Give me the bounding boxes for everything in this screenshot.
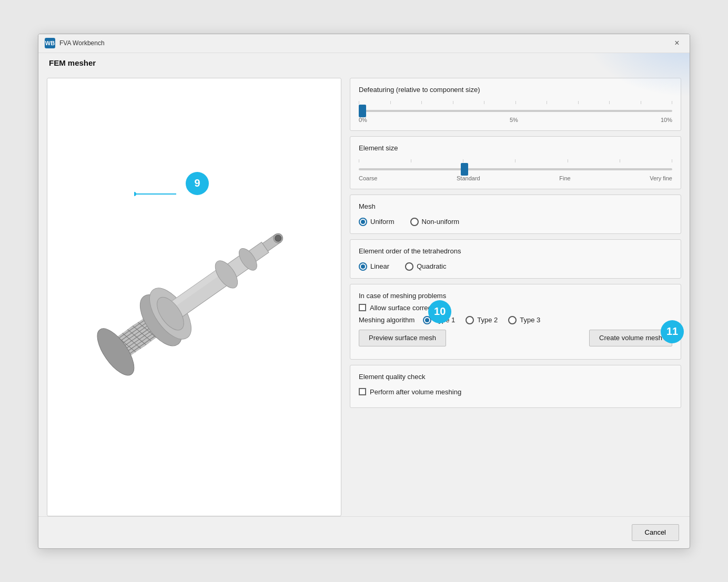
algorithm-label-type3: Type 3 — [520, 316, 540, 324]
bottom-bar: Cancel — [38, 516, 690, 548]
algorithm-radio-type3[interactable] — [508, 316, 517, 324]
element-quality-title: Element quality check — [359, 373, 672, 381]
annotation-badge-11: 11 — [661, 320, 684, 343]
perform-after-volume-checkbox[interactable]: Perform after volume meshing — [359, 388, 672, 396]
surface-corrections-checkbox[interactable]: Allow surface corrections — [359, 304, 672, 312]
meshing-problems-section: In case of meshing problems Allow surfac… — [350, 284, 681, 360]
create-volume-mesh-button[interactable]: Create volume mesh — [589, 330, 672, 346]
close-button[interactable]: × — [670, 36, 684, 50]
defeaturing-title: Defeaturing (relative to component size) — [359, 86, 672, 94]
element-size-labels: Coarse Standard Fine Very fine — [359, 175, 672, 181]
mesh-title: Mesh — [359, 202, 672, 210]
dialog-fem-mesher: WB FVA Workbench × FEM mesher — [38, 34, 690, 549]
defeaturing-label-5: 5% — [510, 117, 518, 123]
surface-corrections-box[interactable] — [359, 304, 366, 311]
controls-panel: Defeaturing (relative to component size) — [350, 78, 681, 516]
main-content: 9 Defeaturing (relative to component siz… — [38, 72, 690, 516]
element-order-radio-group: Linear Quadratic — [359, 262, 672, 271]
algorithm-label-type2: Type 2 — [477, 316, 498, 324]
element-order-option-quadratic[interactable]: Quadratic — [405, 262, 446, 271]
mesh-option-nonuniform[interactable]: Non-uniform — [410, 218, 460, 226]
element-size-label-standard: Standard — [457, 175, 480, 181]
defeaturing-label-10: 10% — [661, 117, 672, 123]
svg-point-32 — [134, 192, 136, 196]
perform-after-volume-label: Perform after volume meshing — [370, 388, 461, 396]
view-panel: 9 — [47, 78, 341, 516]
preview-surface-mesh-button[interactable]: Preview surface mesh — [359, 330, 446, 346]
element-quality-section: Element quality check Perform after volu… — [350, 365, 681, 408]
perform-after-volume-box[interactable] — [359, 388, 366, 395]
bolt-3d-view: 9 — [47, 78, 341, 516]
mesh-label-uniform: Uniform — [370, 218, 395, 226]
defeaturing-labels: 0% 5% 10% — [359, 117, 672, 123]
element-order-label-quadratic: Quadratic — [417, 262, 446, 270]
page-title: FEM mesher — [49, 58, 679, 67]
annotation-badge-10: 10 — [428, 300, 451, 323]
mesh-section: Mesh Uniform Non-uniform — [350, 195, 681, 234]
element-order-title: Element order of the tetrahedrons — [359, 247, 672, 255]
app-icon: WB — [45, 38, 55, 48]
mesh-radio-uniform[interactable] — [359, 218, 367, 226]
element-order-section: Element order of the tetrahedrons Linear… — [350, 239, 681, 279]
element-order-option-linear[interactable]: Linear — [359, 262, 389, 271]
element-size-slider[interactable] — [359, 168, 672, 170]
bolt-svg — [68, 118, 320, 476]
algorithm-option-type3[interactable]: Type 3 — [508, 316, 540, 324]
element-size-title: Element size — [359, 144, 672, 152]
element-size-section: Element size Coarse Standard — [350, 136, 681, 189]
mesh-option-uniform[interactable]: Uniform — [359, 218, 395, 226]
element-order-radio-quadratic[interactable] — [405, 262, 413, 271]
element-order-radio-linear[interactable] — [359, 262, 367, 271]
element-size-label-veryfine: Very fine — [650, 175, 672, 181]
page-title-bar: FEM mesher — [38, 53, 690, 72]
mesh-radio-group: Uniform Non-uniform — [359, 218, 672, 226]
meshing-algorithm-label: Meshing algorithm — [359, 316, 414, 324]
annotation-badge-9: 9 — [186, 172, 209, 195]
title-bar: WB FVA Workbench × — [38, 34, 690, 53]
meshing-problems-title: In case of meshing problems — [359, 292, 672, 300]
element-size-label-coarse: Coarse — [359, 175, 377, 181]
app-name: FVA Workbench — [59, 39, 105, 47]
algorithm-option-type2[interactable]: Type 2 — [466, 316, 498, 324]
element-size-label-fine: Fine — [559, 175, 570, 181]
mesh-label-nonuniform: Non-uniform — [422, 218, 460, 226]
mesh-radio-nonuniform[interactable] — [410, 218, 419, 226]
action-buttons-row: Preview surface mesh Create volume mesh … — [359, 330, 672, 346]
defeaturing-section: Defeaturing (relative to component size) — [350, 78, 681, 131]
element-order-label-linear: Linear — [370, 262, 389, 270]
defeaturing-label-0: 0% — [359, 117, 367, 123]
algorithm-radio-type2[interactable] — [466, 316, 474, 324]
cancel-button[interactable]: Cancel — [632, 524, 679, 541]
defeaturing-slider[interactable] — [359, 110, 672, 112]
